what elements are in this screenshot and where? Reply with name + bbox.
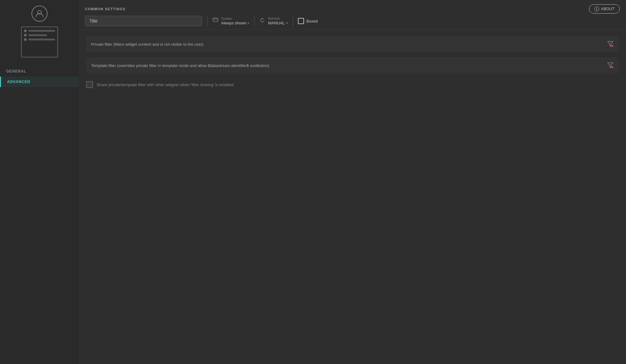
share-filter-checkbox[interactable] <box>86 81 93 88</box>
nav-section: GENERAL ADVANCED <box>0 66 79 87</box>
about-icon: i <box>594 6 599 11</box>
refresh-value: MANUAL <box>268 21 285 25</box>
sidebar: GENERAL ADVANCED <box>0 0 79 364</box>
svg-rect-1 <box>213 18 218 22</box>
about-label: ABOUT <box>601 7 615 11</box>
private-filter-row: Private filter (filters widget content a… <box>86 36 619 52</box>
refresh-select-group: Refresh MANUAL ▾ <box>268 17 287 25</box>
refresh-value-row: MANUAL ▾ <box>268 21 287 25</box>
toolbar-select-group: Toolbar Always shown ▾ <box>221 17 249 25</box>
title-input[interactable] <box>85 16 202 26</box>
template-filter-icon[interactable] <box>607 62 614 69</box>
main-content: COMMON SETTINGS i ABOUT Toolbar Always s… <box>79 0 626 364</box>
share-filter-row: Share private/template filter with other… <box>86 79 619 90</box>
preview-row-3 <box>24 38 55 41</box>
preview-line <box>28 30 55 32</box>
separator-3 <box>293 15 293 27</box>
toolbar-value: Always shown <box>221 21 246 25</box>
separator-2 <box>254 15 254 27</box>
avatar-area <box>31 6 48 22</box>
boxed-group: Boxed <box>298 18 318 24</box>
template-filter-row: Template filter (overrides private filte… <box>86 57 619 74</box>
widget-preview <box>21 27 58 57</box>
avatar-icon <box>35 9 44 19</box>
refresh-dropdown-arrow[interactable]: ▾ <box>286 21 288 25</box>
content-area: Private filter (filters widget content a… <box>79 30 626 364</box>
separator-1 <box>207 15 207 27</box>
boxed-checkbox[interactable] <box>298 18 304 24</box>
preview-row-1 <box>24 30 55 32</box>
preview-dot <box>24 38 27 41</box>
refresh-icon <box>259 17 265 25</box>
sidebar-item-advanced[interactable]: ADVANCED <box>0 77 79 87</box>
toolbar-group: Toolbar Always shown ▾ <box>212 17 249 25</box>
refresh-select-label: Refresh <box>268 17 287 20</box>
template-filter-text: Template filter (overrides private filte… <box>91 63 269 68</box>
preview-dot <box>24 34 27 36</box>
toolbar-value-row: Always shown ▾ <box>221 21 249 25</box>
preview-dot <box>24 30 27 32</box>
share-filter-label: Share private/template filter with other… <box>97 82 234 87</box>
private-filter-text: Private filter (filters widget content a… <box>91 42 203 47</box>
avatar <box>31 6 48 22</box>
private-filter-icon[interactable] <box>607 40 614 48</box>
toolbar-select-label: Toolbar <box>221 17 249 20</box>
refresh-group: Refresh MANUAL ▾ <box>259 17 287 25</box>
toolbar-widget-icon <box>212 17 219 25</box>
toolbar-dropdown-arrow[interactable]: ▾ <box>248 21 249 25</box>
preview-line-short <box>28 34 47 36</box>
common-settings-label: COMMON SETTINGS <box>85 7 126 11</box>
preview-line <box>28 39 55 40</box>
about-button[interactable]: i ABOUT <box>589 4 620 14</box>
preview-row-2 <box>24 34 55 36</box>
sidebar-item-general[interactable]: GENERAL <box>0 66 79 77</box>
boxed-label: Boxed <box>307 19 318 23</box>
